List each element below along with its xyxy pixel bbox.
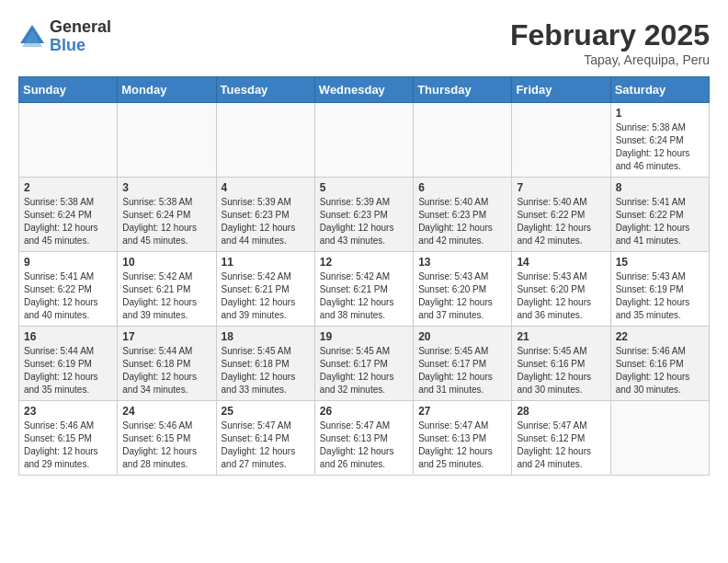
week-row-1: 1Sunrise: 5:38 AM Sunset: 6:24 PM Daylig… bbox=[19, 103, 710, 178]
week-row-2: 2Sunrise: 5:38 AM Sunset: 6:24 PM Daylig… bbox=[19, 178, 710, 252]
day-info: Sunrise: 5:46 AM Sunset: 6:15 PM Dayligh… bbox=[122, 419, 210, 471]
day-number: 12 bbox=[320, 256, 408, 269]
calendar-cell bbox=[216, 103, 314, 178]
week-row-3: 9Sunrise: 5:41 AM Sunset: 6:22 PM Daylig… bbox=[19, 252, 710, 327]
calendar-cell: 22Sunrise: 5:46 AM Sunset: 6:16 PM Dayli… bbox=[610, 327, 709, 401]
day-info: Sunrise: 5:46 AM Sunset: 6:15 PM Dayligh… bbox=[24, 419, 112, 471]
day-info: Sunrise: 5:38 AM Sunset: 6:24 PM Dayligh… bbox=[616, 121, 704, 173]
calendar-cell bbox=[512, 103, 610, 178]
weekday-header-sunday: Sunday bbox=[19, 77, 118, 103]
calendar-cell: 2Sunrise: 5:38 AM Sunset: 6:24 PM Daylig… bbox=[19, 178, 118, 252]
day-number: 8 bbox=[616, 181, 704, 194]
day-info: Sunrise: 5:39 AM Sunset: 6:23 PM Dayligh… bbox=[222, 196, 310, 247]
day-info: Sunrise: 5:43 AM Sunset: 6:20 PM Dayligh… bbox=[418, 270, 506, 322]
calendar-cell: 14Sunrise: 5:43 AM Sunset: 6:20 PM Dayli… bbox=[512, 252, 610, 327]
calendar-cell: 7Sunrise: 5:40 AM Sunset: 6:22 PM Daylig… bbox=[512, 178, 610, 252]
day-number: 3 bbox=[122, 181, 210, 194]
day-number: 14 bbox=[517, 256, 605, 269]
day-number: 15 bbox=[616, 256, 704, 269]
weekday-header-friday: Friday bbox=[512, 77, 610, 103]
day-info: Sunrise: 5:45 AM Sunset: 6:17 PM Dayligh… bbox=[320, 345, 408, 396]
day-number: 20 bbox=[418, 330, 506, 343]
calendar-cell: 18Sunrise: 5:45 AM Sunset: 6:18 PM Dayli… bbox=[216, 327, 314, 401]
day-info: Sunrise: 5:42 AM Sunset: 6:21 PM Dayligh… bbox=[122, 270, 210, 322]
month-title: February 2025 bbox=[510, 18, 710, 52]
day-number: 1 bbox=[616, 107, 704, 120]
week-row-4: 16Sunrise: 5:44 AM Sunset: 6:19 PM Dayli… bbox=[19, 327, 710, 401]
day-number: 28 bbox=[517, 405, 605, 418]
calendar-cell: 1Sunrise: 5:38 AM Sunset: 6:24 PM Daylig… bbox=[610, 103, 709, 178]
day-number: 6 bbox=[418, 181, 506, 194]
calendar-cell bbox=[118, 103, 216, 178]
day-number: 19 bbox=[320, 330, 408, 343]
day-info: Sunrise: 5:44 AM Sunset: 6:19 PM Dayligh… bbox=[24, 345, 112, 396]
calendar-cell: 6Sunrise: 5:40 AM Sunset: 6:23 PM Daylig… bbox=[414, 178, 512, 252]
day-number: 25 bbox=[222, 405, 310, 418]
calendar-cell: 5Sunrise: 5:39 AM Sunset: 6:23 PM Daylig… bbox=[314, 178, 413, 252]
day-number: 11 bbox=[222, 256, 310, 269]
calendar-cell: 4Sunrise: 5:39 AM Sunset: 6:23 PM Daylig… bbox=[216, 178, 314, 252]
day-number: 5 bbox=[320, 181, 408, 194]
weekday-header-wednesday: Wednesday bbox=[314, 77, 413, 103]
day-info: Sunrise: 5:41 AM Sunset: 6:22 PM Dayligh… bbox=[24, 270, 112, 322]
page-header: General Blue February 2025 Tapay, Arequi… bbox=[18, 18, 710, 67]
logo-text: General Blue bbox=[50, 18, 111, 55]
logo-icon bbox=[18, 23, 46, 51]
day-info: Sunrise: 5:42 AM Sunset: 6:21 PM Dayligh… bbox=[222, 270, 310, 322]
day-info: Sunrise: 5:44 AM Sunset: 6:18 PM Dayligh… bbox=[122, 345, 210, 396]
calendar-cell: 13Sunrise: 5:43 AM Sunset: 6:20 PM Dayli… bbox=[414, 252, 512, 327]
calendar-cell: 26Sunrise: 5:47 AM Sunset: 6:13 PM Dayli… bbox=[314, 401, 413, 476]
calendar-cell: 24Sunrise: 5:46 AM Sunset: 6:15 PM Dayli… bbox=[118, 401, 216, 476]
day-info: Sunrise: 5:46 AM Sunset: 6:16 PM Dayligh… bbox=[616, 345, 704, 396]
calendar-cell: 25Sunrise: 5:47 AM Sunset: 6:14 PM Dayli… bbox=[216, 401, 314, 476]
calendar-cell bbox=[19, 103, 118, 178]
calendar-cell bbox=[414, 103, 512, 178]
calendar: SundayMondayTuesdayWednesdayThursdayFrid… bbox=[18, 76, 710, 476]
calendar-cell: 16Sunrise: 5:44 AM Sunset: 6:19 PM Dayli… bbox=[19, 327, 118, 401]
calendar-cell: 19Sunrise: 5:45 AM Sunset: 6:17 PM Dayli… bbox=[314, 327, 413, 401]
week-row-5: 23Sunrise: 5:46 AM Sunset: 6:15 PM Dayli… bbox=[19, 401, 710, 476]
day-info: Sunrise: 5:43 AM Sunset: 6:19 PM Dayligh… bbox=[616, 270, 704, 322]
calendar-cell: 12Sunrise: 5:42 AM Sunset: 6:21 PM Dayli… bbox=[314, 252, 413, 327]
day-info: Sunrise: 5:47 AM Sunset: 6:13 PM Dayligh… bbox=[418, 419, 506, 471]
day-info: Sunrise: 5:42 AM Sunset: 6:21 PM Dayligh… bbox=[320, 270, 408, 322]
calendar-cell: 3Sunrise: 5:38 AM Sunset: 6:24 PM Daylig… bbox=[118, 178, 216, 252]
day-info: Sunrise: 5:40 AM Sunset: 6:22 PM Dayligh… bbox=[517, 196, 605, 247]
day-info: Sunrise: 5:43 AM Sunset: 6:20 PM Dayligh… bbox=[517, 270, 605, 322]
day-info: Sunrise: 5:38 AM Sunset: 6:24 PM Dayligh… bbox=[24, 196, 112, 247]
calendar-cell: 17Sunrise: 5:44 AM Sunset: 6:18 PM Dayli… bbox=[118, 327, 216, 401]
calendar-cell: 8Sunrise: 5:41 AM Sunset: 6:22 PM Daylig… bbox=[610, 178, 709, 252]
day-number: 18 bbox=[222, 330, 310, 343]
day-info: Sunrise: 5:40 AM Sunset: 6:23 PM Dayligh… bbox=[418, 196, 506, 247]
calendar-cell bbox=[610, 401, 709, 476]
calendar-cell: 9Sunrise: 5:41 AM Sunset: 6:22 PM Daylig… bbox=[19, 252, 118, 327]
calendar-cell: 23Sunrise: 5:46 AM Sunset: 6:15 PM Dayli… bbox=[19, 401, 118, 476]
logo-blue: Blue bbox=[50, 37, 111, 55]
day-info: Sunrise: 5:41 AM Sunset: 6:22 PM Dayligh… bbox=[616, 196, 704, 247]
day-info: Sunrise: 5:38 AM Sunset: 6:24 PM Dayligh… bbox=[122, 196, 210, 247]
day-number: 23 bbox=[24, 405, 112, 418]
day-info: Sunrise: 5:47 AM Sunset: 6:12 PM Dayligh… bbox=[517, 419, 605, 471]
day-number: 2 bbox=[24, 181, 112, 194]
day-number: 16 bbox=[24, 330, 112, 343]
day-number: 24 bbox=[122, 405, 210, 418]
day-number: 17 bbox=[122, 330, 210, 343]
day-info: Sunrise: 5:45 AM Sunset: 6:18 PM Dayligh… bbox=[222, 345, 310, 396]
day-info: Sunrise: 5:47 AM Sunset: 6:14 PM Dayligh… bbox=[222, 419, 310, 471]
day-info: Sunrise: 5:45 AM Sunset: 6:16 PM Dayligh… bbox=[517, 345, 605, 396]
day-number: 27 bbox=[418, 405, 506, 418]
calendar-cell bbox=[314, 103, 413, 178]
weekday-header-tuesday: Tuesday bbox=[216, 77, 314, 103]
day-info: Sunrise: 5:39 AM Sunset: 6:23 PM Dayligh… bbox=[320, 196, 408, 247]
calendar-cell: 21Sunrise: 5:45 AM Sunset: 6:16 PM Dayli… bbox=[512, 327, 610, 401]
calendar-cell: 15Sunrise: 5:43 AM Sunset: 6:19 PM Dayli… bbox=[610, 252, 709, 327]
logo: General Blue bbox=[18, 18, 111, 55]
calendar-cell: 11Sunrise: 5:42 AM Sunset: 6:21 PM Dayli… bbox=[216, 252, 314, 327]
day-number: 21 bbox=[517, 330, 605, 343]
logo-general: General bbox=[50, 18, 111, 37]
weekday-header-monday: Monday bbox=[118, 77, 216, 103]
calendar-cell: 28Sunrise: 5:47 AM Sunset: 6:12 PM Dayli… bbox=[512, 401, 610, 476]
title-block: February 2025 Tapay, Arequipa, Peru bbox=[510, 18, 710, 67]
calendar-cell: 10Sunrise: 5:42 AM Sunset: 6:21 PM Dayli… bbox=[118, 252, 216, 327]
calendar-cell: 20Sunrise: 5:45 AM Sunset: 6:17 PM Dayli… bbox=[414, 327, 512, 401]
